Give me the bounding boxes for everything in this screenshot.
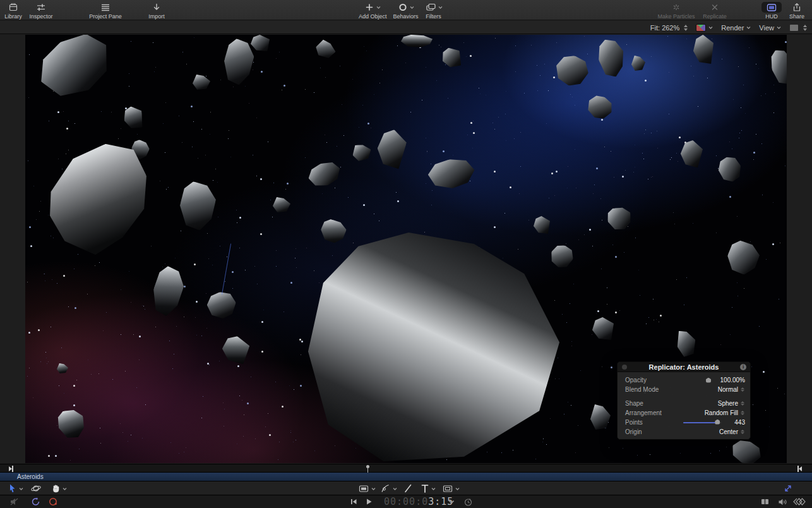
behaviors-label: Behaviors	[393, 13, 419, 20]
motion-app-window: Library Inspector Project Pane Import	[0, 0, 812, 508]
hud-titlebar[interactable]: Replicator: Asteroids i	[618, 362, 750, 372]
timeline-track-asteroids[interactable]: Asteroids	[0, 473, 812, 481]
chevron-down-icon	[455, 487, 460, 491]
show-keyframes-button[interactable]	[792, 495, 807, 508]
behaviors-icon	[398, 3, 408, 12]
hud-title: Replicator: Asteroids	[649, 363, 719, 371]
hud-row-shape: Shape Sphere	[618, 399, 750, 408]
transport-bar: 00:00:03:15	[0, 495, 812, 508]
import-label: Import	[148, 13, 165, 20]
in-point-marker[interactable]	[9, 466, 13, 472]
add-object-label: Add Object	[359, 13, 387, 20]
hud-row-blend-mode: Blend Mode Normal	[618, 385, 750, 394]
hud-close-button[interactable]	[622, 365, 627, 370]
chevron-down-icon	[746, 25, 751, 30]
shape-stepper[interactable]	[741, 401, 745, 406]
track-label: Asteroids	[17, 473, 44, 480]
import-button[interactable]: Import	[144, 2, 169, 20]
share-button[interactable]: Share	[785, 2, 808, 20]
add-object-button[interactable]: Add Object	[359, 2, 387, 20]
shape-value[interactable]: Sphere	[718, 400, 738, 407]
loop-icon	[30, 497, 41, 507]
go-to-start-button[interactable]	[349, 495, 358, 508]
hud-panel[interactable]: Replicator: Asteroids i Opacity 100.00% …	[617, 361, 751, 440]
out-point-marker[interactable]	[797, 466, 802, 472]
chevron-down-icon	[438, 5, 443, 9]
resize-diagonal-icon	[783, 483, 793, 493]
bezier-tool[interactable]	[380, 481, 397, 495]
blend-mode-label: Blend Mode	[625, 386, 659, 393]
select-tool[interactable]	[8, 481, 23, 495]
inspector-button[interactable]: Inspector	[25, 2, 57, 20]
share-icon	[792, 2, 802, 13]
display-mode-stepper[interactable]	[803, 25, 807, 31]
library-icon	[8, 2, 19, 13]
opacity-slider-thumb[interactable]	[706, 378, 711, 383]
loop-playback-button[interactable]	[30, 495, 41, 508]
behaviors-button[interactable]: Behaviors	[393, 2, 419, 20]
play-button[interactable]	[364, 495, 373, 508]
points-slider[interactable]	[683, 422, 721, 423]
mask-tool[interactable]	[442, 481, 460, 495]
channels-swatch-icon	[696, 24, 706, 32]
timecode-display[interactable]: 00:00:03:15	[384, 495, 453, 508]
record-button[interactable]	[48, 495, 59, 508]
zoom-level-control[interactable]: Fit: 262%	[650, 24, 688, 32]
zoom-stepper[interactable]	[684, 25, 688, 31]
tool-bar	[0, 481, 812, 495]
show-video-tracks-button[interactable]	[760, 495, 770, 508]
chevron-down-icon	[393, 487, 397, 491]
timeline-resize-control[interactable]	[783, 481, 793, 495]
library-button[interactable]: Library	[1, 2, 25, 20]
import-icon	[151, 2, 162, 13]
view-dropdown[interactable]: View	[759, 24, 781, 32]
text-tool[interactable]	[421, 481, 436, 495]
hand-icon	[51, 483, 61, 493]
pen-icon	[380, 483, 391, 493]
transform-3d-tool[interactable]	[30, 481, 42, 495]
replicate-button[interactable]: Replicate	[698, 2, 731, 20]
hud-info-icon[interactable]: i	[740, 364, 746, 370]
display-mode-swatch-icon	[789, 24, 799, 32]
render-dropdown[interactable]: Render	[721, 24, 751, 32]
hud-button[interactable]: HUD	[758, 2, 785, 20]
arrangement-value[interactable]: Random Fill	[705, 409, 738, 416]
filters-button[interactable]: Filters	[425, 2, 443, 20]
add-object-icon	[364, 3, 374, 12]
rectangle-tool[interactable]	[358, 481, 376, 495]
points-value[interactable]: 443	[726, 419, 745, 426]
chevron-down-icon	[431, 487, 436, 491]
blend-mode-value[interactable]: Normal	[718, 386, 738, 393]
timecode-menu[interactable]	[448, 495, 455, 508]
view-label: View	[759, 24, 774, 32]
mini-timeline[interactable]	[0, 464, 812, 473]
timecode-dim: 00:00:0	[384, 496, 428, 507]
points-slider-thumb[interactable]	[715, 420, 720, 425]
pan-tool[interactable]	[51, 481, 67, 495]
display-mode-control[interactable]	[789, 24, 807, 32]
timer-display-toggle[interactable]	[463, 495, 473, 508]
clock-icon	[463, 497, 473, 507]
rectangle-icon	[358, 483, 369, 493]
channels-dropdown[interactable]	[696, 24, 713, 32]
make-particles-button[interactable]: Make Particles	[654, 2, 698, 20]
share-label: Share	[789, 13, 804, 20]
show-audio-tracks-button[interactable]	[777, 495, 788, 508]
paint-stroke-tool[interactable]	[403, 481, 412, 495]
opacity-slider[interactable]	[673, 378, 711, 383]
blend-mode-stepper[interactable]	[741, 387, 745, 392]
audio-mute-button[interactable]	[9, 495, 20, 508]
keyframes-icon	[792, 497, 807, 506]
arrangement-stepper[interactable]	[741, 411, 745, 415]
project-pane-button[interactable]: Project Pane	[85, 2, 126, 20]
speaker-icon	[777, 497, 788, 507]
opacity-value[interactable]: 100.00%	[716, 377, 745, 384]
top-toolbar: Library Inspector Project Pane Import	[0, 0, 812, 20]
hud-row-points: Points 443	[618, 418, 750, 427]
replicate-label: Replicate	[703, 13, 727, 20]
origin-value[interactable]: Center	[719, 428, 738, 435]
paint-stroke-icon	[403, 483, 412, 493]
hud-row-arrangement: Arrangement Random Fill	[618, 408, 750, 418]
chevron-down-icon	[777, 25, 781, 30]
origin-stepper[interactable]	[741, 430, 745, 434]
